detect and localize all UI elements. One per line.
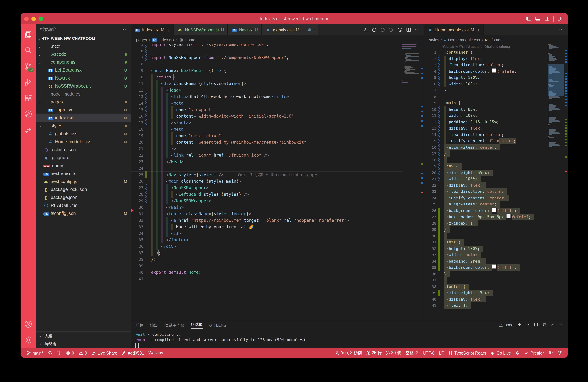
activity-search-icon[interactable] [21, 42, 36, 58]
panel-tab-輸出[interactable]: 輸出 [150, 323, 158, 328]
file-tree-item-styles[interactable]: ⌄styles [36, 122, 131, 130]
status-item-you-3-[interactable]: You, 3 秒前 [333, 350, 364, 356]
terminal-dropdown-icon[interactable] [525, 322, 530, 327]
file-tree-item-home-module-css[interactable]: #Home.module.cssM [36, 138, 131, 146]
terminal-output[interactable]: wait - compiling...event - compiled clie… [131, 330, 568, 348]
file-tree-item-next-env-d-ts[interactable]: TSnext-env.d.ts [36, 170, 131, 178]
code-editor-index-tsx[interactable]: 5import styles from "../styles/Home.modu… [131, 44, 424, 320]
activity-live-share-icon[interactable] [21, 122, 36, 138]
status-item-prettier[interactable]: Prettier [522, 350, 546, 355]
activity-source-control-icon[interactable]: 10 [21, 58, 36, 74]
minimap[interactable] [402, 44, 419, 320]
close-icon[interactable]: × [167, 27, 170, 32]
status-item-#dd0531[interactable]: #dd0531 [120, 350, 146, 355]
layout-sidebar-right-icon[interactable] [544, 16, 550, 21]
breadcrumb-item[interactable]: #Home.module.css [444, 37, 480, 42]
close-panel-icon[interactable] [559, 322, 563, 327]
file-tree-item-tsconfig-json[interactable]: TStsconfig.jsonM [36, 210, 131, 217]
codelens-blame[interactable]: You, 10 分鐘前 | 2 authors (Dhal and others… [424, 44, 546, 49]
close-icon[interactable]: × [477, 27, 480, 32]
breadcrumb-item[interactable]: .footer [485, 38, 502, 42]
status-item-0[interactable]: 0 [76, 350, 89, 355]
breadcrumb-right[interactable]: styles›#Home.module.css›.footer [424, 36, 568, 44]
status-item--2[interactable]: 空格: 2 [403, 350, 421, 356]
layout-sidebar-left-icon[interactable] [526, 16, 531, 21]
file-tree-item--app-tsx[interactable]: TS_app.tsxM [36, 106, 131, 114]
breadcrumb-item[interactable]: Home [179, 38, 195, 42]
file-tree-item-package-json[interactable]: {}package.json [36, 193, 131, 202]
sidebar-section-timeline[interactable]: ›時間表 [36, 340, 131, 348]
file-tree-item--next[interactable]: ›.next [36, 42, 131, 50]
new-terminal-icon[interactable] [517, 322, 522, 327]
tab-nossrwrapper-js[interactable]: JSNoSSRWrapper.jsU [174, 24, 228, 36]
status-item-compare[interactable] [55, 350, 63, 355]
status-item-go-live[interactable]: Go Live [488, 350, 513, 355]
activity-explorer-icon[interactable] [21, 26, 36, 42]
title-bar[interactable]: index.tsx — 4th-week-hw-chatroom [21, 13, 568, 24]
more-ellipsis-icon[interactable] [415, 27, 420, 33]
circle-icon[interactable] [380, 27, 385, 33]
activity-settings-gear-icon[interactable] [21, 332, 36, 348]
file-tree-item--npmrc[interactable]: npm.npmrc [36, 162, 131, 170]
minimize-window-button[interactable] [32, 17, 36, 21]
panel-tab-問題[interactable]: 問題 [135, 323, 143, 328]
panel-tab-終端機[interactable]: 終端機 [191, 322, 203, 329]
maximize-panel-icon[interactable] [550, 322, 555, 327]
status-item-live-share[interactable]: Live Share [89, 350, 120, 355]
file-tree-item-leftboard-tsx[interactable]: TSLeftBoard.tsxU [36, 66, 131, 74]
kill-terminal-icon[interactable] [542, 322, 547, 327]
activity-run-debug-icon[interactable] [21, 74, 36, 90]
status-item-0[interactable]: 0 [63, 350, 76, 355]
status-item-bell-slash[interactable] [513, 350, 522, 355]
file-tree-item--gitignore[interactable]: ◆.gitignore [36, 154, 131, 162]
project-root-row[interactable]: ⌄ 4TH-WEEK-HW-CHATROOM [36, 34, 131, 42]
file-tree-item-nav-tsx[interactable]: TSNav.tsxU [36, 74, 131, 82]
status-item-bell-dot[interactable] [555, 350, 564, 355]
split-editor-icon[interactable] [406, 27, 411, 33]
tab-globals-css[interactable]: #globals.cssM [262, 24, 303, 36]
layout-customize-icon[interactable] [557, 16, 563, 21]
breadcrumb-item[interactable]: styles [429, 38, 439, 42]
tab-home-module-css[interactable]: #Home.module.cssM× [424, 24, 483, 36]
activity-extensions-icon[interactable] [21, 90, 36, 106]
file-tree-item-nossrwrapper-js[interactable]: JSNoSSRWrapper.jsU [36, 82, 131, 90]
tab-h[interactable]: #H [303, 24, 318, 36]
status-item--25-30-[interactable]: 第 25 行，第 30 欄 [364, 350, 403, 356]
breadcrumb-left[interactable]: pages›TSindex.tsx›Home [131, 36, 424, 44]
file-tree-item-components[interactable]: ⌄components [36, 58, 131, 66]
more-ellipsis-icon[interactable] [559, 27, 564, 33]
terminal-shell-selector[interactable]: >node [499, 323, 513, 327]
wallaby-clock-icon[interactable] [397, 27, 403, 33]
file-tree-item-globals-css[interactable]: #globals.cssM [36, 130, 131, 138]
tab-nav-tsx[interactable]: TSNav.tsxU [228, 24, 262, 36]
status-item-wallaby[interactable]: Wallaby [146, 350, 165, 355]
status-item-cloud-upload[interactable] [45, 350, 55, 355]
file-tree-item-node-modules[interactable]: ›node_modules [36, 90, 131, 98]
tab-index-tsx[interactable]: TSindex.tsxM× [131, 24, 174, 36]
sidebar-more-icon[interactable]: ··· [121, 27, 126, 32]
file-tree-item-package-lock-json[interactable]: {}package-lock.json [36, 186, 131, 193]
panel-tab-偵錯主控台[interactable]: 偵錯主控台 [164, 323, 184, 328]
sidebar-section-outline[interactable]: ›大綱 [36, 331, 131, 340]
zoom-window-button[interactable] [39, 17, 43, 21]
open-changes-icon[interactable] [362, 27, 368, 33]
status-item-typescript-react[interactable]: TypeScript React [446, 350, 488, 355]
breadcrumb-item[interactable]: TSindex.tsx [152, 38, 174, 42]
file-tree-item--vscode[interactable]: ›.vscode [36, 50, 131, 58]
layout-panel-icon[interactable] [535, 16, 541, 21]
status-item-main-[interactable]: main* [24, 350, 45, 355]
split-terminal-icon[interactable] [534, 322, 538, 327]
file-tree-item--eslintrc-json[interactable]: ⬡.eslintrc.json [36, 146, 131, 154]
status-item-utf-8[interactable]: UTF-8 [420, 351, 437, 355]
close-window-button[interactable] [24, 17, 29, 21]
breadcrumb-item[interactable]: pages [136, 38, 147, 42]
activity-account-icon[interactable] [21, 316, 36, 332]
file-tree-item-next-config-js[interactable]: JSnext.config.jsM [36, 178, 131, 186]
code-editor-home-module-css[interactable]: You, 10 分鐘前 | 2 authors (Dhal and others… [424, 44, 568, 320]
status-item-lf[interactable]: LF [437, 351, 446, 355]
file-tree-item-readme-md[interactable]: ⓘREADME.md [36, 202, 131, 210]
status-item-feedback[interactable] [546, 350, 555, 355]
minimap[interactable] [548, 44, 565, 320]
panel-tab-GITLENS[interactable]: GITLENS [209, 323, 226, 327]
go-back-icon[interactable] [371, 27, 377, 33]
